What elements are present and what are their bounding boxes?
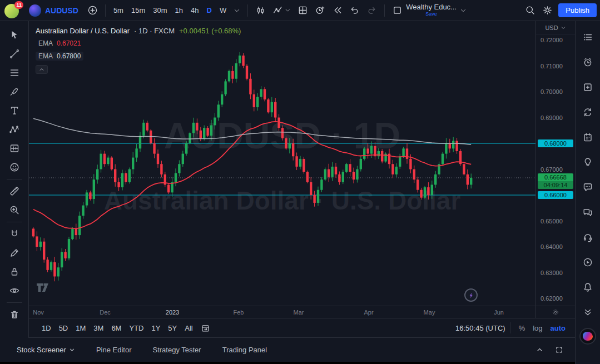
timeframe-15m[interactable]: 15m bbox=[127, 4, 149, 17]
timeframe-W[interactable]: W bbox=[216, 4, 230, 17]
range-5d[interactable]: 5D bbox=[55, 322, 72, 335]
zoom-tool[interactable] bbox=[0, 201, 28, 220]
brush-icon bbox=[9, 86, 20, 97]
timeframe-5m[interactable]: 5m bbox=[110, 4, 127, 17]
ai-brain-icon bbox=[583, 332, 593, 341]
forecast-tool[interactable] bbox=[0, 139, 28, 158]
percent-scale-button[interactable]: % bbox=[515, 322, 529, 335]
indicator-row-ema2[interactable]: EMA 0.67800 bbox=[36, 52, 83, 61]
text-tool[interactable] bbox=[0, 101, 28, 120]
lock-drawings-tool[interactable] bbox=[0, 262, 28, 281]
watchlist-button[interactable] bbox=[576, 24, 600, 49]
conversations-button[interactable] bbox=[576, 200, 600, 225]
ideas-button[interactable] bbox=[576, 149, 600, 174]
fib-retracement-tool[interactable] bbox=[0, 63, 28, 82]
support-button[interactable] bbox=[576, 225, 600, 250]
price-axis-settings[interactable] bbox=[536, 306, 575, 318]
utc-clock[interactable]: 16:50:45 (UTC) bbox=[455, 324, 505, 332]
range-1m[interactable]: 1M bbox=[72, 322, 90, 335]
date-range-group: 1D5D1M3M6MYTD1Y5YAll bbox=[38, 322, 197, 335]
create-alert-button[interactable] bbox=[311, 3, 329, 17]
price-axis[interactable]: USD 0.720000.710000.700000.690000.680000… bbox=[535, 21, 575, 318]
magnet-tool[interactable] bbox=[0, 225, 28, 243]
quick-search-button[interactable] bbox=[522, 3, 539, 17]
layout-menu-button[interactable] bbox=[457, 6, 470, 16]
range-5y[interactable]: 5Y bbox=[164, 322, 181, 335]
chat-button[interactable] bbox=[576, 174, 600, 200]
chevrons-down-icon bbox=[582, 307, 593, 318]
range-1y[interactable]: 1Y bbox=[147, 322, 164, 335]
go-to-date-button[interactable] bbox=[197, 321, 214, 335]
indicator-row-ema1[interactable]: EMA 0.67021 bbox=[36, 39, 83, 48]
notifications-button[interactable] bbox=[576, 275, 600, 300]
trend-line-tool[interactable] bbox=[0, 44, 28, 63]
indicators-button[interactable] bbox=[269, 3, 294, 17]
calendar-button[interactable] bbox=[576, 124, 600, 149]
layout-grid-button[interactable] bbox=[294, 3, 311, 17]
bell-icon bbox=[582, 282, 593, 293]
save-label[interactable]: Save bbox=[425, 11, 437, 18]
timeframe-D[interactable]: D bbox=[202, 4, 215, 17]
measure-tool[interactable] bbox=[0, 182, 28, 201]
price-axis-currency-button[interactable]: USD bbox=[536, 21, 575, 34]
save-layout-button[interactable] bbox=[389, 3, 406, 17]
emoji-tool[interactable] bbox=[0, 158, 28, 177]
legend-symbol-title[interactable]: Australian Dollar / U.S. Dollar bbox=[36, 27, 130, 35]
toolbar-separator bbox=[105, 4, 106, 17]
symbol-name: AUDUSD bbox=[45, 6, 78, 15]
drawing-mode-tool[interactable] bbox=[0, 243, 28, 262]
compare-add-button[interactable] bbox=[84, 3, 101, 17]
tab-pine-editor[interactable]: Pine Editor bbox=[91, 342, 137, 357]
publish-button[interactable]: Publish bbox=[558, 3, 597, 17]
layout-name-button[interactable]: Wealthy Educ... Save bbox=[406, 3, 457, 18]
time-tick-dec: Dec bbox=[100, 309, 111, 316]
settings-button[interactable] bbox=[539, 3, 556, 17]
bar-replay-button[interactable] bbox=[329, 3, 346, 17]
range-1d[interactable]: 1D bbox=[38, 322, 55, 335]
more-panels-button[interactable] bbox=[576, 300, 600, 325]
range-6m[interactable]: 6M bbox=[107, 322, 125, 335]
range-ytd[interactable]: YTD bbox=[125, 322, 147, 335]
data-window-button[interactable] bbox=[576, 74, 600, 99]
auto-scale-button[interactable]: auto bbox=[547, 322, 569, 335]
timeframe-menu-button[interactable] bbox=[230, 6, 244, 16]
instant-trade-button[interactable] bbox=[464, 288, 478, 302]
range-3m[interactable]: 3M bbox=[90, 322, 107, 335]
tab-stock-screener[interactable]: Stock Screener bbox=[11, 342, 81, 357]
bottom-range-toolbar: 1D5D1M3M6MYTD1Y5YAll 16:50:45 (UTC) % lo… bbox=[29, 318, 575, 338]
undo-button[interactable] bbox=[346, 3, 363, 17]
price-level-label: 0.66000 bbox=[538, 191, 573, 199]
brush-tool[interactable] bbox=[0, 82, 28, 101]
maximize-panel-button[interactable] bbox=[551, 343, 567, 356]
ai-assistant-button[interactable] bbox=[579, 328, 596, 345]
tab-strategy-tester[interactable]: Strategy Tester bbox=[147, 342, 206, 357]
redo-button[interactable] bbox=[363, 3, 380, 17]
time-axis[interactable]: NovDec2023FebMarAprMayJun bbox=[29, 306, 535, 318]
tab-trading-panel[interactable]: Trading Panel bbox=[217, 342, 272, 357]
open-panel-button[interactable] bbox=[532, 343, 548, 356]
range-all[interactable]: All bbox=[181, 322, 196, 335]
alerts-button[interactable] bbox=[576, 49, 600, 74]
toolbar-divider bbox=[7, 222, 22, 222]
chart-style-button[interactable] bbox=[252, 3, 269, 17]
xabcd-pattern-icon bbox=[9, 124, 20, 135]
streams-button[interactable] bbox=[576, 250, 600, 275]
remove-drawings-tool[interactable] bbox=[0, 305, 28, 324]
timeframe-30m[interactable]: 30m bbox=[149, 4, 171, 17]
user-menu-button[interactable]: 11 bbox=[4, 2, 21, 19]
price-tick: 0.63000 bbox=[541, 270, 563, 276]
hide-drawings-tool[interactable] bbox=[0, 281, 28, 300]
price-tick: 0.65000 bbox=[541, 218, 563, 225]
headset-icon bbox=[582, 232, 593, 243]
timeframe-4h[interactable]: 4h bbox=[187, 4, 202, 17]
tradingview-watermark-logo[interactable] bbox=[36, 282, 54, 293]
timeframe-1h[interactable]: 1h bbox=[171, 4, 187, 17]
chart-pane[interactable]: AUDUSD · 1D Australian Dollar · U.S. Dol… bbox=[29, 21, 535, 318]
log-scale-button[interactable]: log bbox=[529, 322, 546, 335]
cursor-tool[interactable] bbox=[0, 26, 28, 44]
hotlists-button[interactable] bbox=[576, 99, 600, 124]
chevron-up-icon bbox=[39, 67, 44, 72]
symbol-search-button[interactable]: AUDUSD bbox=[26, 3, 84, 18]
pattern-tool[interactable] bbox=[0, 120, 28, 139]
legend-collapse-button[interactable] bbox=[36, 65, 48, 74]
